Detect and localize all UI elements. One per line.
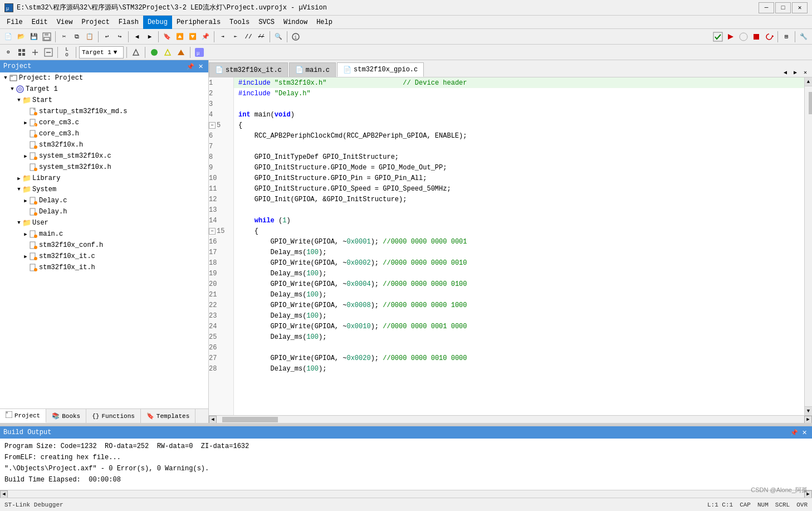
tree-delay-c[interactable]: Delay.c bbox=[0, 195, 208, 206]
t2-btn3[interactable] bbox=[29, 46, 41, 59]
tab-close-btn[interactable]: ✕ bbox=[801, 68, 810, 77]
tree-user[interactable]: 📁 User bbox=[0, 217, 208, 228]
expand-arrow[interactable] bbox=[22, 253, 29, 260]
bookmark-btn[interactable]: 🔖 bbox=[161, 31, 173, 43]
expand-arrow[interactable] bbox=[22, 231, 29, 237]
expand-arrow[interactable] bbox=[22, 197, 29, 204]
dbg-stop-btn[interactable] bbox=[750, 31, 762, 43]
cut-btn[interactable]: ✂ bbox=[58, 31, 70, 43]
h-scroll-right-btn[interactable]: ▶ bbox=[804, 416, 812, 424]
code-content[interactable]: #include "stm32f10x.h" // Device header … bbox=[234, 77, 804, 415]
tree-project-root[interactable]: Project: Project bbox=[0, 72, 208, 84]
tree-target1[interactable]: Target 1 bbox=[0, 84, 208, 95]
dbg-reset-btn[interactable] bbox=[763, 31, 775, 43]
load-btn[interactable]: LO bbox=[61, 46, 73, 59]
uncomment-btn[interactable]: // bbox=[255, 31, 267, 43]
scroll-down-btn[interactable]: ▼ bbox=[805, 406, 813, 415]
panel-pin-btn[interactable]: 📌 bbox=[186, 62, 195, 71]
menu-svcs[interactable]: SVCS bbox=[254, 16, 279, 29]
scroll-thumb[interactable] bbox=[809, 92, 813, 114]
t2-btn4[interactable] bbox=[42, 46, 55, 59]
tree-startup[interactable]: startup_stm32f10x_md.s bbox=[0, 106, 208, 117]
undo-btn[interactable]: ↩ bbox=[101, 31, 113, 43]
menu-help[interactable]: Help bbox=[312, 16, 337, 29]
t2-extra5[interactable]: μ bbox=[193, 46, 206, 59]
dbg-step-btn[interactable] bbox=[725, 31, 737, 43]
build-output-close[interactable]: ✕ bbox=[800, 428, 809, 437]
editor-tab-gpio[interactable]: 📄 stm32f10x_gpio.c bbox=[337, 62, 424, 77]
tree-it-c[interactable]: stm32f10x_it.c bbox=[0, 251, 208, 262]
bookmark-prev[interactable]: 🔼 bbox=[174, 31, 186, 43]
menu-peripherals[interactable]: Peripherals bbox=[172, 16, 225, 29]
maximize-button[interactable]: □ bbox=[775, 2, 791, 13]
tab-books[interactable]: 📚 Books bbox=[46, 409, 86, 423]
menu-window[interactable]: Window bbox=[279, 16, 312, 29]
tree-it-h[interactable]: stm32f10x_it.h bbox=[0, 262, 208, 273]
tree-system-h[interactable]: system_stm32f10x.h bbox=[0, 162, 208, 173]
h-scroll-thumb[interactable] bbox=[222, 417, 278, 422]
settings-btn[interactable]: 🔧 bbox=[798, 31, 810, 43]
open-btn[interactable]: 📂 bbox=[15, 31, 27, 43]
expand-arrow[interactable] bbox=[16, 97, 22, 104]
save-btn[interactable]: 💾 bbox=[28, 31, 40, 43]
new-file-btn[interactable]: 📄 bbox=[2, 31, 14, 43]
build-scroll-left[interactable]: ◀ bbox=[0, 490, 8, 498]
close-button[interactable]: ✕ bbox=[792, 2, 808, 13]
t2-btn1[interactable]: ⚙ bbox=[2, 46, 14, 59]
tab-project[interactable]: Project bbox=[0, 409, 46, 423]
tree-delay-h[interactable]: Delay.h bbox=[0, 206, 208, 217]
save-all-btn[interactable] bbox=[41, 31, 53, 43]
tab-templates[interactable]: 🔖 Templates bbox=[141, 409, 195, 423]
tab-scroll-left[interactable]: ◀ bbox=[781, 68, 790, 77]
editor-scrollbar[interactable]: ▲ ▼ bbox=[804, 77, 812, 415]
t2-extra4[interactable] bbox=[175, 46, 187, 59]
display-btn[interactable]: ⊞ bbox=[780, 31, 793, 43]
menu-view[interactable]: View bbox=[52, 16, 77, 29]
editor-tab-it[interactable]: 📄 stm32f10x_it.c bbox=[209, 62, 288, 77]
dbg-check-btn[interactable] bbox=[712, 31, 724, 43]
tree-stm32h[interactable]: stm32f10x.h bbox=[0, 139, 208, 150]
tree-library[interactable]: 📁 Library bbox=[0, 173, 208, 184]
t2-extra1[interactable] bbox=[130, 46, 142, 59]
scroll-up-btn[interactable]: ▲ bbox=[805, 77, 813, 86]
editor-tab-main[interactable]: 📄 main.c bbox=[289, 62, 336, 77]
extra-btn[interactable]: i bbox=[290, 31, 302, 43]
panel-close-btn[interactable]: ✕ bbox=[196, 62, 205, 71]
dbg-pause-btn[interactable] bbox=[737, 31, 750, 43]
tree-conf-h[interactable]: stm32f10x_conf.h bbox=[0, 240, 208, 251]
collapse-5[interactable]: − bbox=[209, 122, 216, 129]
menu-debug[interactable]: Debug bbox=[143, 16, 172, 29]
expand-arrow[interactable] bbox=[16, 175, 22, 182]
nav-fwd-btn[interactable]: ▶ bbox=[144, 31, 156, 43]
t2-extra3[interactable] bbox=[162, 46, 174, 59]
nav-back-btn[interactable]: ◀ bbox=[131, 31, 143, 43]
tree-system-c[interactable]: system_stm32f10x.c bbox=[0, 150, 208, 162]
t2-extra2[interactable] bbox=[148, 46, 160, 59]
menu-project[interactable]: Project bbox=[77, 16, 114, 29]
menu-file[interactable]: File bbox=[2, 16, 27, 29]
expand-arrow[interactable] bbox=[16, 186, 22, 193]
tree-system[interactable]: 📁 System bbox=[0, 184, 208, 195]
bookmark-next[interactable]: 🔽 bbox=[187, 31, 199, 43]
comment-btn[interactable]: // bbox=[242, 31, 255, 43]
h-scroll-left-btn[interactable]: ◀ bbox=[209, 416, 217, 424]
expand-arrow[interactable] bbox=[16, 220, 22, 226]
expand-arrow[interactable] bbox=[2, 75, 9, 81]
menu-tools[interactable]: Tools bbox=[225, 16, 254, 29]
expand-arrow[interactable] bbox=[22, 119, 29, 126]
tree-core-cm3c[interactable]: C core_cm3.c bbox=[0, 117, 208, 128]
tree-start[interactable]: 📁 Start bbox=[0, 95, 208, 106]
bookmark-all[interactable]: 📌 bbox=[199, 31, 212, 43]
target-dropdown[interactable]: Target 1 ▼ bbox=[79, 46, 124, 59]
minimize-button[interactable]: ─ bbox=[759, 2, 774, 13]
collapse-15[interactable]: − bbox=[209, 228, 216, 235]
t2-btn2[interactable] bbox=[16, 46, 28, 59]
build-output-pin[interactable]: 📌 bbox=[790, 428, 799, 437]
copy-btn[interactable]: ⧉ bbox=[71, 31, 83, 43]
menu-flash[interactable]: Flash bbox=[114, 16, 143, 29]
unindent-btn[interactable]: ⇤ bbox=[229, 31, 242, 43]
indent-btn[interactable]: ⇥ bbox=[217, 31, 229, 43]
tab-functions[interactable]: {} Functions bbox=[86, 409, 141, 423]
tree-core-cm3h[interactable]: core_cm3.h bbox=[0, 128, 208, 139]
expand-arrow[interactable] bbox=[9, 86, 16, 93]
